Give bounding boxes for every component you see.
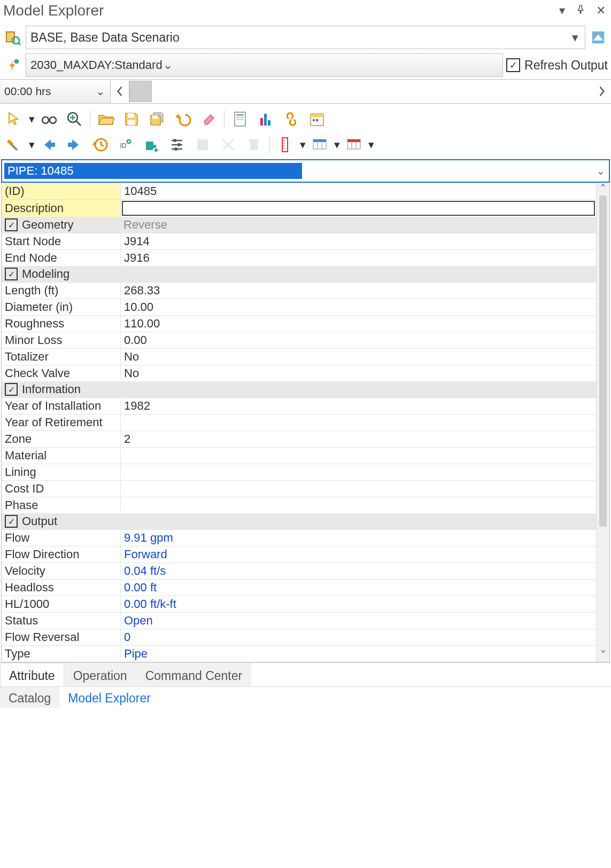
refresh-output-label: Refresh Output: [524, 58, 608, 73]
panel-title: Model Explorer: [3, 2, 559, 19]
pointer-tool-icon[interactable]: [2, 107, 27, 131]
section-geometry[interactable]: ✓ Geometry Reverse: [2, 217, 596, 233]
refresh-output-checkbox[interactable]: ✓ Refresh Output: [506, 58, 608, 73]
tab-catalog[interactable]: Catalog: [0, 687, 59, 708]
svg-point-6: [50, 117, 56, 123]
prop-lining: Lining: [2, 464, 596, 480]
pin-icon[interactable]: [576, 4, 585, 18]
svg-rect-17: [236, 119, 244, 120]
tab-model-explorer[interactable]: Model Explorer: [59, 687, 159, 708]
prop-cost-id: Cost ID: [2, 480, 596, 497]
close-icon[interactable]: ✕: [596, 4, 606, 18]
time-dropdown[interactable]: 00:00 hrs ⌄: [0, 80, 111, 103]
time-prev-button[interactable]: [111, 80, 129, 103]
chevron-down-icon: ⌄: [593, 165, 609, 177]
svg-rect-18: [260, 118, 263, 126]
chart-icon[interactable]: [253, 107, 278, 131]
svg-rect-19: [264, 114, 267, 126]
tab-command-center[interactable]: Command Center: [136, 663, 252, 686]
section-information[interactable]: ✓ Information: [2, 381, 596, 397]
id-add-icon[interactable]: ID: [113, 132, 138, 157]
svg-rect-15: [236, 114, 244, 116]
save-icon[interactable]: [119, 107, 144, 131]
prop-year-retire: Year of Retirement: [2, 414, 596, 431]
panel-tabs: Catalog Model Explorer: [0, 686, 611, 708]
measure-icon[interactable]: [273, 132, 298, 157]
scenario-label: BASE, Base Data Scenario: [30, 30, 570, 45]
prop-zone: Zone2: [2, 431, 596, 447]
zoom-in-icon[interactable]: [62, 107, 87, 131]
open-folder-icon[interactable]: [94, 107, 118, 131]
prop-status: StatusOpen: [2, 612, 596, 629]
svg-rect-36: [197, 139, 208, 150]
prop-description-value[interactable]: [121, 200, 596, 217]
svg-rect-13: [152, 115, 158, 119]
dropdown-icon[interactable]: ▾: [559, 4, 565, 18]
separator: [224, 111, 225, 128]
glasses-icon[interactable]: [36, 107, 61, 131]
simulation-dropdown[interactable]: 2030_MAXDAY:Standard ⌄: [26, 53, 503, 77]
eraser-icon[interactable]: [196, 107, 221, 131]
prop-id-value[interactable]: 10485: [121, 183, 596, 199]
scenario-icon[interactable]: [3, 28, 22, 47]
table-tool-1-icon[interactable]: [307, 132, 332, 157]
prop-material: Material: [2, 447, 596, 464]
scenario-dropdown[interactable]: BASE, Base Data Scenario ▾: [26, 26, 585, 49]
svg-rect-0: [6, 32, 14, 42]
hammer-dropdown[interactable]: ▾: [28, 138, 35, 151]
prop-flow-reversal: Flow Reversal0: [2, 629, 596, 645]
sliders-icon[interactable]: [165, 132, 189, 157]
scrollbar-thumb[interactable]: [599, 196, 607, 527]
property-tabs: Attribute Operation Command Center: [0, 662, 611, 686]
scenario-settings-button[interactable]: [589, 28, 608, 47]
prop-flow-direction: Flow DirectionForward: [2, 546, 596, 562]
prop-phase: Phase: [2, 497, 596, 513]
time-next-button[interactable]: [593, 80, 611, 103]
run-icon[interactable]: [3, 56, 22, 75]
svg-rect-22: [311, 114, 323, 117]
faucet-icon[interactable]: [139, 132, 164, 157]
arrow-right-icon[interactable]: [62, 132, 87, 157]
prop-roughness: Roughness110.00: [2, 315, 596, 332]
table-1-dropdown[interactable]: ▾: [333, 138, 341, 151]
model-explorer-panel: Model Explorer ▾ ✕ BASE, Base Data Scena…: [0, 0, 611, 708]
link-icon[interactable]: [279, 107, 304, 131]
time-slider-track[interactable]: [129, 80, 593, 103]
arrow-left-icon[interactable]: [36, 132, 61, 157]
chevron-down-icon: ⌄: [95, 85, 106, 98]
svg-rect-45: [313, 139, 326, 142]
svg-line-8: [76, 121, 81, 126]
undo-icon[interactable]: [171, 107, 195, 131]
section-output[interactable]: ✓ Output: [2, 513, 596, 529]
prop-description-label: Description: [2, 200, 121, 217]
pointer-dropdown[interactable]: ▾: [28, 113, 35, 126]
table-tool-2-icon[interactable]: [342, 132, 366, 157]
reverse-button[interactable]: Reverse: [120, 217, 596, 233]
element-selector[interactable]: PIPE: 10485 ⌄: [1, 159, 610, 183]
window-buttons: ▾ ✕: [559, 4, 606, 18]
section-output-label: Output: [22, 514, 57, 528]
element-selector-value: PIPE: 10485: [4, 163, 302, 179]
chevron-down-icon: ▾: [570, 30, 581, 45]
tab-operation[interactable]: Operation: [64, 663, 136, 686]
svg-rect-11: [128, 113, 134, 118]
measure-dropdown[interactable]: ▾: [299, 138, 306, 151]
scroll-down-icon[interactable]: ˅: [600, 649, 606, 662]
prop-id: (ID) 10485: [2, 183, 596, 199]
prop-minor-loss: Minor Loss0.00: [2, 332, 596, 348]
report-icon[interactable]: [228, 107, 252, 131]
scroll-up-icon[interactable]: ˄: [600, 183, 606, 196]
time-slider-thumb[interactable]: [129, 81, 152, 102]
section-modeling[interactable]: ✓ Modeling: [2, 266, 596, 282]
svg-rect-23: [313, 119, 315, 121]
prop-velocity: Velocity0.04 ft/s: [2, 562, 596, 579]
tab-attribute[interactable]: Attribute: [0, 663, 64, 686]
table-2-dropdown[interactable]: ▾: [367, 138, 375, 151]
hammer-icon[interactable]: [2, 132, 27, 157]
svg-point-5: [42, 117, 49, 123]
save-all-icon[interactable]: [145, 107, 169, 131]
prop-length: Length (ft)268.33: [2, 282, 596, 299]
history-icon[interactable]: [88, 132, 112, 157]
vertical-scrollbar[interactable]: ˄ ˅: [596, 183, 609, 662]
calendar-icon[interactable]: [305, 107, 329, 131]
